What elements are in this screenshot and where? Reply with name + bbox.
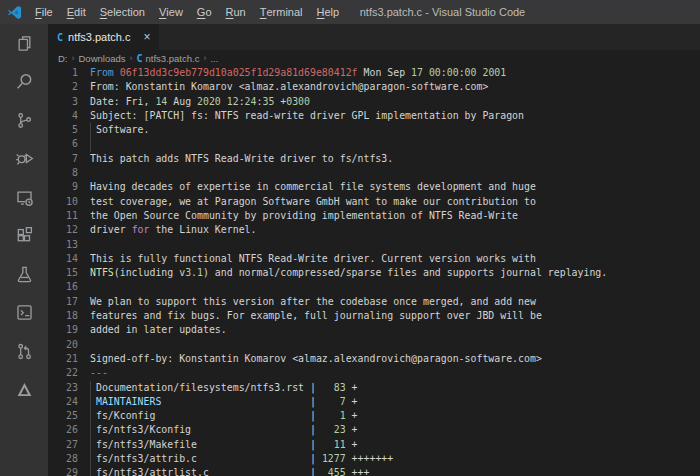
line-number: 15	[48, 266, 78, 280]
code-line[interactable]: 7This patch adds NTFS Read-Write driver …	[48, 152, 700, 166]
code-text: We plan to support this version after th…	[90, 295, 536, 309]
code-line[interactable]: 14This is fully functional NTFS Read-Wri…	[48, 252, 700, 266]
code-text: driver for the Linux Kernel.	[90, 223, 256, 237]
code-line[interactable]: 19added in later updates.	[48, 323, 700, 337]
code-text: Documentation/filesystems/ntfs3.rst | 83…	[90, 381, 358, 395]
line-number: 21	[48, 352, 78, 366]
explorer-icon[interactable]	[0, 24, 48, 63]
code-line[interactable]: 24 MAINTAINERS | 7 +	[48, 395, 700, 409]
tab-ntfs3-patch-c[interactable]: C ntfs3.patch.c ×	[48, 24, 160, 50]
menu-file[interactable]: File	[28, 0, 60, 24]
code-line[interactable]: 13	[48, 238, 700, 252]
code-line[interactable]: 3Date: Fri, 14 Aug 2020 12:24:35 +0300	[48, 95, 700, 109]
code-line[interactable]: 16	[48, 280, 700, 294]
editor[interactable]: 1From 06f13dd3c9eb779d10a025f1d29a81d69e…	[48, 66, 700, 476]
line-number: 17	[48, 295, 78, 309]
menu-edit[interactable]: Edit	[60, 0, 93, 24]
run-and-debug-icon[interactable]	[0, 140, 48, 179]
code-line[interactable]: 4Subject: [PATCH] fs: NTFS read-write dr…	[48, 109, 700, 123]
menu-run[interactable]: Run	[219, 0, 253, 24]
code-text: fs/ntfs3/attrlist.c | 455 +++	[90, 466, 369, 476]
code-line[interactable]: 21Signed-off-by: Konstantin Komarov <alm…	[48, 352, 700, 366]
breadcrumb-item[interactable]: D:	[58, 53, 68, 64]
code-text: Software.	[90, 123, 149, 137]
code-line[interactable]: 23 Documentation/filesystems/ntfs3.rst |…	[48, 381, 700, 395]
line-number: 13	[48, 238, 78, 252]
line-number: 20	[48, 338, 78, 352]
code-text: Signed-off-by: Konstantin Komarov <almaz…	[90, 352, 542, 366]
line-number: 7	[48, 152, 78, 166]
code-line[interactable]: 8	[48, 166, 700, 180]
line-number: 2	[48, 80, 78, 94]
menu-help[interactable]: Help	[310, 0, 347, 24]
breadcrumb-item[interactable]: Cntfs3.patch.c	[137, 53, 200, 64]
line-number: 5	[48, 123, 78, 137]
line-number: 28	[48, 452, 78, 466]
chevron-right-icon: ›	[72, 53, 75, 63]
code-text: fs/ntfs3/attrib.c | 1277 +++++++	[90, 452, 393, 466]
remote-explorer-icon[interactable]	[0, 178, 48, 217]
line-number: 9	[48, 180, 78, 194]
menu-selection[interactable]: Selection	[93, 0, 152, 24]
indent-guide	[90, 123, 91, 152]
editor-group: C ntfs3.patch.c × D:›Downloads›Cntfs3.pa…	[48, 24, 700, 476]
code-line[interactable]: 2From: Konstantin Komarov <almaz.alexand…	[48, 80, 700, 94]
tab-label: ntfs3.patch.c	[68, 31, 130, 43]
code-line[interactable]: 25 fs/Kconfig | 1 +	[48, 409, 700, 423]
breadcrumb-item[interactable]: ...	[210, 53, 218, 64]
close-icon[interactable]: ×	[143, 31, 150, 43]
menu-view[interactable]: View	[152, 0, 190, 24]
code-line[interactable]: 22---	[48, 366, 700, 380]
git-graph-icon[interactable]	[0, 332, 48, 371]
code-text: Subject: [PATCH] fs: NTFS read-write dri…	[90, 109, 524, 123]
menu-go[interactable]: Go	[190, 0, 219, 24]
code-line[interactable]: 12driver for the Linux Kernel.	[48, 223, 700, 237]
code-line[interactable]: 26 fs/ntfs3/Kconfig | 23 +	[48, 423, 700, 437]
code-line[interactable]: 10test coverage, we at Paragon Software …	[48, 195, 700, 209]
search-icon[interactable]	[0, 63, 48, 102]
code-text: test coverage, we at Paragon Software Gm…	[90, 195, 536, 209]
title-bar: FileEditSelectionViewGoRunTerminalHelp n…	[0, 0, 700, 24]
code-text: fs/ntfs3/Kconfig | 23 +	[90, 423, 358, 437]
terminal-icon[interactable]	[0, 294, 48, 333]
code-text: features and fix bugs. For example, full…	[90, 309, 542, 323]
code-text: From 06f13dd3c9eb779d10a025f1d29a81d69e8…	[90, 66, 506, 80]
line-number: 8	[48, 166, 78, 180]
code-text: This is fully functional NTFS Read-Write…	[90, 252, 536, 266]
line-number: 19	[48, 323, 78, 337]
line-number: 16	[48, 280, 78, 294]
code-line[interactable]: 15NTFS(including v3.1) and normal/compre…	[48, 266, 700, 280]
line-number: 25	[48, 409, 78, 423]
line-number: 23	[48, 381, 78, 395]
code-text: From: Konstantin Komarov <almaz.alexandr…	[90, 80, 488, 94]
testing-beaker-icon[interactable]	[0, 255, 48, 294]
source-control-icon[interactable]	[0, 101, 48, 140]
code-line[interactable]: 1From 06f13dd3c9eb779d10a025f1d29a81d69e…	[48, 66, 700, 80]
code-line[interactable]: 18features and fix bugs. For example, fu…	[48, 309, 700, 323]
code-text: fs/ntfs3/Makefile | 11 +	[90, 438, 358, 452]
line-number: 24	[48, 395, 78, 409]
code-line[interactable]: 5 Software.	[48, 123, 700, 137]
line-number: 29	[48, 466, 78, 476]
line-number: 14	[48, 252, 78, 266]
code-line[interactable]: 27 fs/ntfs3/Makefile | 11 +	[48, 438, 700, 452]
indent-guide	[90, 381, 91, 476]
tab-bar: C ntfs3.patch.c ×	[48, 24, 700, 50]
line-number: 18	[48, 309, 78, 323]
code-line[interactable]: 9Having decades of expertise in commerci…	[48, 180, 700, 194]
code-line[interactable]: 28 fs/ntfs3/attrib.c | 1277 +++++++	[48, 452, 700, 466]
code-line[interactable]: 20	[48, 338, 700, 352]
code-line[interactable]: 17We plan to support this version after …	[48, 295, 700, 309]
code-text: This patch adds NTFS Read-Write driver t…	[90, 152, 393, 166]
extensions-icon[interactable]	[0, 217, 48, 256]
code-line[interactable]: 29 fs/ntfs3/attrlist.c | 455 +++	[48, 466, 700, 476]
breadcrumb-item[interactable]: Downloads	[79, 53, 126, 64]
code-line[interactable]: 6	[48, 137, 700, 151]
code-line[interactable]: 11the Open Source Community by providing…	[48, 209, 700, 223]
line-number: 27	[48, 438, 78, 452]
code-text: Date: Fri, 14 Aug 2020 12:24:35 +0300	[90, 95, 310, 109]
c-language-icon: C	[137, 53, 143, 64]
azure-icon[interactable]	[0, 371, 48, 410]
menu-terminal[interactable]: Terminal	[253, 0, 310, 24]
chevron-right-icon: ›	[130, 53, 133, 63]
